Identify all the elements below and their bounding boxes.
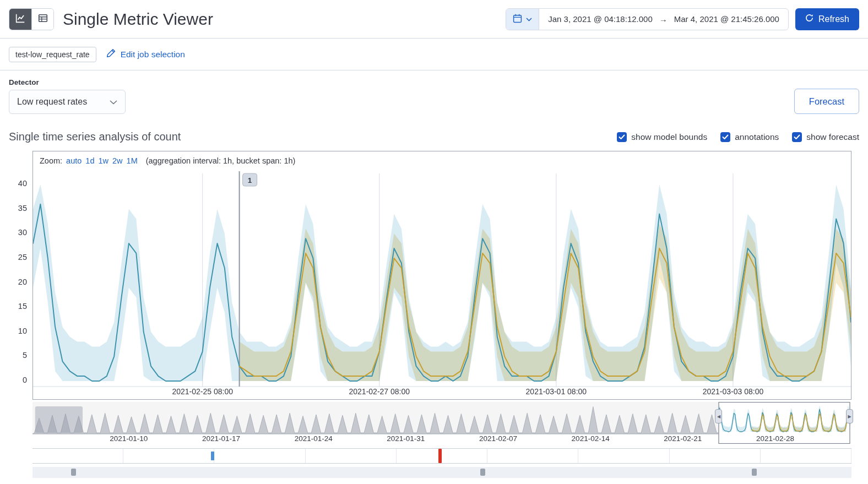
y-axis-tick-label: 20 — [18, 278, 27, 286]
annotation-marker[interactable] — [211, 452, 214, 460]
svg-text:2021-01-24: 2021-01-24 — [295, 434, 333, 443]
checkbox-checked-icon — [617, 132, 627, 142]
line-chart-icon — [15, 13, 25, 25]
svg-text:2021-02-28: 2021-02-28 — [756, 434, 794, 443]
annotation-marker[interactable] — [438, 449, 442, 463]
checkbox-show-model-bounds[interactable]: show model bounds — [617, 132, 707, 142]
lower-marker-lane[interactable] — [32, 467, 851, 478]
detector-select[interactable]: Low request rates — [9, 90, 126, 114]
svg-text:2021-01-10: 2021-01-10 — [110, 434, 148, 443]
y-axis-tick-label: 10 — [18, 327, 27, 335]
svg-text:2021-02-14: 2021-02-14 — [572, 434, 610, 443]
swimlane-cell[interactable] — [32, 449, 123, 463]
chevron-down-icon — [526, 15, 532, 23]
zoom-1d-link[interactable]: 1d — [85, 156, 94, 165]
forecast-button[interactable]: Forecast — [794, 89, 859, 114]
detector-field: Detector Low request rates — [9, 78, 126, 114]
svg-text:1: 1 — [248, 176, 252, 184]
detector-selected-option: Low request rates — [17, 97, 87, 107]
y-axis-tick-label: 35 — [18, 204, 27, 213]
checkbox-label: show forecast — [806, 132, 859, 142]
chart-box: Zoom: auto 1d 1w 2w 1M (aggregation inte… — [32, 151, 851, 400]
edit-job-selection-label: Edit job selection — [121, 50, 185, 59]
svg-text:2021-03-01 08:00: 2021-03-01 08:00 — [526, 387, 587, 396]
checkbox-label: show model bounds — [631, 132, 707, 142]
checkbox-checked-icon — [720, 132, 730, 142]
svg-text:2021-02-07: 2021-02-07 — [479, 434, 517, 443]
pencil-icon — [106, 48, 116, 60]
lower-lane-marker[interactable] — [480, 469, 485, 476]
header-right: Jan 3, 2021 @ 04:18:12.000 → Mar 4, 2021… — [506, 8, 859, 30]
y-axis-tick-label: 30 — [18, 228, 27, 237]
date-range-picker: Jan 3, 2021 @ 04:18:12.000 → Mar 4, 2021… — [506, 8, 789, 30]
checkbox-label: annotations — [735, 132, 779, 142]
checkbox-checked-icon — [792, 132, 802, 142]
chevron-down-icon — [110, 97, 117, 107]
datepicker-toggle-button[interactable] — [506, 9, 539, 30]
y-axis: 0510152025303540 — [9, 151, 32, 400]
swimlane-cell[interactable] — [670, 449, 761, 463]
series-title: Single time series analysis of count — [9, 130, 181, 143]
start-date-button[interactable]: Jan 3, 2021 @ 04:18:12.000 — [546, 14, 655, 24]
svg-text:2021-02-25 08:00: 2021-02-25 08:00 — [172, 387, 233, 396]
context-box: 2021-01-102021-01-172021-01-242021-01-31… — [32, 402, 851, 478]
checkbox-show-forecast[interactable]: show forecast — [792, 132, 859, 142]
swimlane-cell[interactable] — [306, 449, 397, 463]
context-chart[interactable]: 2021-01-102021-01-172021-01-242021-01-31… — [32, 402, 850, 444]
svg-text:2021-03-03 08:00: 2021-03-03 08:00 — [703, 387, 764, 396]
annotations-swimlane[interactable] — [32, 448, 851, 464]
refresh-icon — [805, 14, 813, 24]
zoom-label: Zoom: — [40, 156, 62, 165]
calendar-icon — [513, 14, 522, 25]
svg-text:2021-02-21: 2021-02-21 — [664, 434, 702, 443]
refresh-button[interactable]: Refresh — [795, 8, 859, 30]
detector-row: Detector Low request rates Forecast — [0, 70, 868, 114]
refresh-label: Refresh — [818, 14, 849, 24]
edit-job-selection-link[interactable]: Edit job selection — [106, 48, 185, 60]
zoom-1w-link[interactable]: 1w — [98, 156, 109, 165]
table-icon — [38, 13, 48, 25]
job-selection-bar: test-low_request_rate Edit job selection — [0, 39, 868, 70]
chart-view-button[interactable] — [9, 9, 31, 30]
series-section-header: Single time series analysis of count sho… — [0, 130, 868, 143]
context-chart-area: 2021-01-102021-01-172021-01-242021-01-31… — [0, 402, 868, 478]
swimlane-cell[interactable] — [214, 449, 305, 463]
detector-label: Detector — [9, 78, 126, 86]
lower-lane-marker[interactable] — [71, 469, 76, 476]
svg-text:2021-01-31: 2021-01-31 — [387, 434, 425, 443]
zoom-2w-link[interactable]: 2w — [112, 156, 123, 165]
job-id-badge[interactable]: test-low_request_rate — [9, 47, 96, 62]
zoom-1M-link[interactable]: 1M — [127, 156, 138, 165]
page-title: Single Metric Viewer — [63, 10, 213, 29]
swimlane-cell[interactable] — [578, 449, 669, 463]
brush-handle-left-icon[interactable]: ◀ — [715, 409, 722, 423]
svg-text:2021-02-27 08:00: 2021-02-27 08:00 — [349, 387, 410, 396]
end-date-button[interactable]: Mar 4, 2021 @ 21:45:26.000 — [672, 14, 782, 24]
date-range-arrow-icon: → — [659, 14, 668, 24]
svg-text:2021-01-17: 2021-01-17 — [202, 434, 240, 443]
y-axis-tick-label: 5 — [23, 351, 27, 360]
checkbox-annotations[interactable]: annotations — [720, 132, 779, 142]
chart-option-checkboxes: show model bounds annotations show forec… — [617, 132, 859, 142]
y-axis-tick-label: 40 — [18, 179, 27, 188]
brush-handle-right-icon[interactable]: ▶ — [846, 409, 853, 423]
swimlane-cell[interactable] — [123, 449, 214, 463]
zoom-bar: Zoom: auto 1d 1w 2w 1M (aggregation inte… — [33, 151, 851, 170]
data-grid-view-button[interactable] — [31, 9, 53, 30]
context-spacer — [9, 402, 32, 478]
view-toggle — [9, 8, 54, 30]
time-series-chart[interactable]: 2021-02-25 08:002021-02-27 08:002021-03-… — [33, 170, 851, 397]
date-range: Jan 3, 2021 @ 04:18:12.000 → Mar 4, 2021… — [539, 14, 788, 24]
y-axis-tick-label: 25 — [18, 253, 27, 262]
y-axis-tick-label: 15 — [18, 302, 27, 311]
single-metric-viewer-page: Single Metric Viewer Jan 3, 2021 @ 04:18… — [0, 0, 868, 478]
swimlane-cell[interactable] — [761, 449, 851, 463]
y-axis-tick-label: 0 — [23, 376, 27, 384]
swimlane-cell[interactable] — [397, 449, 487, 463]
aggregation-info: (aggregation interval: 1h, bucket span: … — [146, 156, 296, 165]
zoom-auto-link[interactable]: auto — [66, 156, 82, 165]
lower-lane-marker[interactable] — [752, 469, 757, 476]
header: Single Metric Viewer Jan 3, 2021 @ 04:18… — [0, 0, 868, 39]
main-chart-area: 0510152025303540 Zoom: auto 1d 1w 2w 1M … — [0, 151, 868, 400]
swimlane-cell[interactable] — [487, 449, 578, 463]
